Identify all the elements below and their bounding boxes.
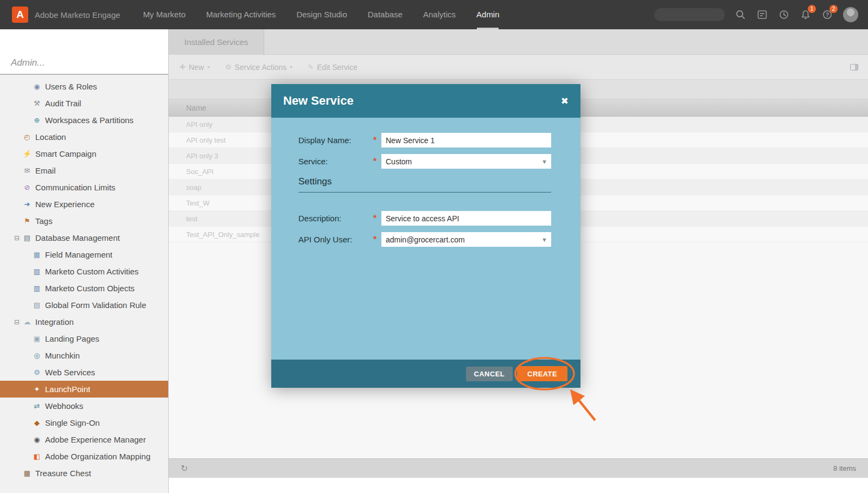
notification-badge: 1 — [808, 5, 816, 13]
workspaces-icon: ⊕ — [31, 116, 42, 124]
help-badge: 2 — [829, 5, 838, 13]
sidebar-item-communication-limits[interactable]: ⊘Communication Limits — [0, 179, 168, 196]
sidebar-item-munchkin[interactable]: ◎Munchkin — [0, 347, 168, 364]
svg-text:?: ? — [826, 12, 829, 18]
sidebar-item-integration[interactable]: ⊟☁Integration — [0, 313, 168, 330]
tab-strip: Installed Services — [169, 29, 868, 55]
sidebar-item-audit-trail[interactable]: ⚒Audit Trail — [0, 95, 168, 112]
service-select[interactable]: Custom ▼ — [381, 154, 551, 169]
audit-trail-icon: ⚒ — [31, 99, 42, 107]
user-avatar[interactable] — [843, 7, 858, 22]
sso-icon: ◆ — [31, 419, 42, 427]
sidebar-item-new-experience[interactable]: ➔New Experience — [0, 196, 168, 213]
app-window: A Adobe Marketo Engage My MarketoMarketi… — [0, 0, 868, 493]
sidebar-item-launchpoint[interactable]: ✦LaunchPoint — [0, 381, 168, 398]
edit-service-button[interactable]: ✎ Edit Service — [308, 63, 358, 72]
close-icon[interactable]: ✖ — [561, 95, 569, 107]
sidebar-item-treasure-chest[interactable]: ▦Treasure Chest — [0, 465, 168, 482]
display-name-row: Display Name: * — [298, 133, 551, 148]
sidebar-item-location[interactable]: ◴Location — [0, 129, 168, 145]
dialog-body: Display Name: * Service: * Custom ▼ Sett… — [271, 118, 580, 360]
sidebar-item-label: Database Management — [35, 233, 120, 242]
layout-toggle-icon[interactable] — [850, 64, 858, 71]
sidebar-item-label: Location — [35, 132, 66, 142]
service-name-cell: API only test — [186, 136, 226, 144]
service-actions-button[interactable]: ⚙ Service Actions ▾ — [225, 63, 292, 72]
sidebar-item-label: Email — [35, 166, 56, 175]
service-name-cell: Test_API_Only_sample — [186, 231, 259, 239]
sidebar-item-label: Audit Trail — [45, 99, 81, 108]
create-button[interactable]: CREATE — [517, 366, 567, 381]
sidebar-item-label: Landing Pages — [45, 334, 99, 343]
sidebar-item-global-form-validation-rule[interactable]: ▤Global Form Validation Rule — [0, 297, 168, 313]
sidebar-item-label: Marketo Custom Objects — [45, 284, 135, 293]
service-name-cell: Test_W — [186, 199, 209, 207]
display-name-field[interactable] — [381, 133, 551, 148]
web-services-icon: ⚙ — [31, 368, 42, 376]
topnav-item-analytics[interactable]: Analytics — [423, 0, 456, 29]
history-clock-icon[interactable] — [778, 9, 790, 21]
column-header-name[interactable]: Name — [186, 104, 206, 112]
tab-installed-services[interactable]: Installed Services — [169, 29, 264, 55]
topnav-item-my-marketo[interactable]: My Marketo — [143, 0, 186, 29]
collapse-expander-icon[interactable]: ⊟ — [12, 234, 21, 242]
sidebar-item-workspaces-partitions[interactable]: ⊕Workspaces & Partitions — [0, 112, 168, 129]
topnav-item-marketing-activities[interactable]: Marketing Activities — [206, 0, 276, 29]
help-icon[interactable]: ? 2 — [821, 9, 833, 21]
sidebar-item-email[interactable]: ✉Email — [0, 162, 168, 179]
launchpoint-icon: ✦ — [31, 385, 42, 393]
services-toolbar: ✚ New ▾ ⚙ Service Actions ▾ ✎ Edit Servi… — [169, 55, 868, 80]
service-row: Service: * Custom ▼ — [298, 154, 551, 169]
api-only-user-select[interactable]: admin@grocercart.com ▼ — [381, 232, 551, 247]
service-name-cell: Soc_API — [186, 168, 214, 176]
refresh-icon[interactable]: ↻ — [181, 463, 188, 473]
custom-activities-icon: ▥ — [31, 267, 42, 276]
munchkin-icon: ◎ — [31, 351, 42, 360]
service-name-cell: test — [186, 215, 197, 223]
description-field[interactable] — [381, 211, 551, 226]
collapse-expander-icon[interactable]: ⊟ — [12, 318, 21, 326]
sidebar-filter-input[interactable]: Admin... — [11, 57, 44, 68]
admin-sidebar: Admin... ◉Users & Roles⚒Audit Trail⊕Work… — [0, 29, 169, 493]
topnav-item-design-studio[interactable]: Design Studio — [296, 0, 347, 29]
sidebar-item-users-roles[interactable]: ◉Users & Roles — [0, 78, 168, 95]
required-asterisk: * — [373, 214, 381, 223]
search-icon[interactable] — [735, 9, 746, 21]
new-icon: ✚ — [180, 63, 186, 71]
new-button[interactable]: ✚ New ▾ — [180, 63, 210, 72]
adobe-logo[interactable]: A — [12, 7, 28, 23]
survey-icon[interactable] — [756, 9, 768, 21]
sidebar-item-marketo-custom-objects[interactable]: ▥Marketo Custom Objects — [0, 280, 168, 297]
cancel-button[interactable]: CANCEL — [466, 367, 513, 381]
webhooks-icon: ⇄ — [31, 402, 42, 410]
sidebar-item-tags[interactable]: ⚑Tags — [0, 213, 168, 229]
global-search-input[interactable] — [654, 8, 725, 21]
top-navigation-bar: A Adobe Marketo Engage My MarketoMarketi… — [0, 0, 868, 29]
sidebar-item-label: Treasure Chest — [35, 469, 91, 478]
sidebar-item-web-services[interactable]: ⚙Web Services — [0, 364, 168, 381]
topnav-item-admin[interactable]: Admin — [476, 0, 500, 29]
dialog-header: New Service ✖ — [271, 84, 580, 118]
service-name-cell: API only — [186, 120, 212, 129]
sidebar-item-adobe-organization-mapping[interactable]: ◧Adobe Organization Mapping — [0, 448, 168, 465]
sidebar-item-smart-campaign[interactable]: ⚡Smart Campaign — [0, 145, 168, 162]
topnav-item-database[interactable]: Database — [368, 0, 403, 29]
sidebar-item-label: Webhooks — [45, 401, 84, 411]
sidebar-item-field-management[interactable]: ▦Field Management — [0, 246, 168, 263]
sidebar-item-single-sign-on[interactable]: ◆Single Sign-On — [0, 414, 168, 431]
sidebar-item-marketo-custom-activities[interactable]: ▥Marketo Custom Activities — [0, 263, 168, 280]
description-row: Description: * — [298, 211, 551, 226]
sidebar-item-label: Communication Limits — [35, 183, 116, 192]
display-name-label: Display Name: — [298, 136, 373, 145]
sidebar-item-label: Web Services — [45, 368, 95, 377]
sidebar-item-adobe-experience-manager[interactable]: ◉Adobe Experience Manager — [0, 431, 168, 448]
sidebar-item-webhooks[interactable]: ⇄Webhooks — [0, 398, 168, 414]
sidebar-item-database-management[interactable]: ⊟▤Database Management — [0, 229, 168, 246]
sidebar-item-label: Tags — [35, 216, 53, 226]
top-nav-menu: My MarketoMarketing ActivitiesDesign Stu… — [143, 0, 520, 29]
sidebar-item-label: Workspaces & Partitions — [45, 116, 133, 125]
landing-pages-icon: ▣ — [31, 335, 42, 343]
sidebar-item-landing-pages[interactable]: ▣Landing Pages — [0, 330, 168, 347]
notifications-bell-icon[interactable]: 1 — [800, 9, 812, 21]
new-service-dialog: New Service ✖ Display Name: * Service: *… — [271, 84, 580, 388]
